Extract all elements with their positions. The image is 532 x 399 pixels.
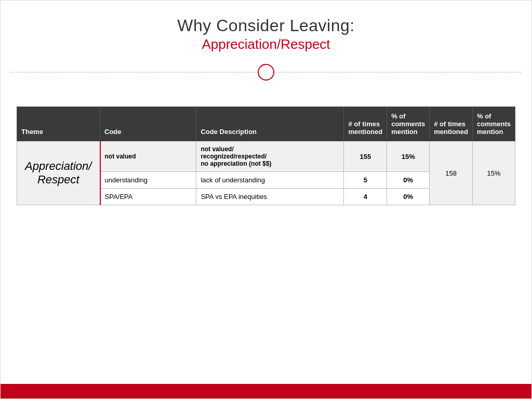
total-times-cell: 158 bbox=[430, 141, 473, 205]
code-desc-cell: lack of understanding bbox=[196, 172, 344, 189]
times-mentioned-cell: 155 bbox=[344, 141, 387, 172]
table-header-row: Theme Code Code Description # of timesme… bbox=[17, 107, 515, 141]
code-cell: SPA/EPA bbox=[100, 189, 196, 205]
main-title: Why Consider Leaving: bbox=[21, 16, 511, 35]
total-pct-cell: 15% bbox=[472, 141, 515, 205]
bottom-bar bbox=[1, 384, 531, 398]
pct-comments-cell: 0% bbox=[387, 172, 430, 189]
th-code: Code bbox=[100, 107, 196, 141]
pct-comments-cell: 0% bbox=[387, 189, 430, 205]
th-times-mentioned-1: # of timesmentioned bbox=[344, 107, 387, 141]
times-mentioned-cell: 4 bbox=[344, 189, 387, 205]
divider bbox=[11, 64, 521, 81]
theme-cell: Appreciation/ Respect bbox=[17, 141, 100, 205]
divider-circle bbox=[258, 64, 274, 81]
code-desc-cell: not valued/recognized/respected/no appre… bbox=[196, 141, 344, 172]
th-code-description: Code Description bbox=[196, 107, 344, 141]
pct-comments-cell: 15% bbox=[387, 141, 430, 172]
subtitle: Appreciation/Respect bbox=[21, 36, 511, 52]
th-times-mentioned-2: # of timesmentioned bbox=[430, 107, 473, 141]
data-table: Theme Code Code Description # of timesme… bbox=[17, 107, 515, 205]
content-area: Theme Code Code Description # of timesme… bbox=[1, 81, 531, 398]
slide: Why Consider Leaving: Appreciation/Respe… bbox=[0, 0, 532, 399]
th-theme: Theme bbox=[17, 107, 100, 141]
code-cell: not valued bbox=[100, 141, 196, 172]
table-row: Appreciation/ Respect not valued not val… bbox=[17, 141, 515, 172]
code-desc-cell: SPA vs EPA inequities bbox=[196, 189, 344, 205]
header: Why Consider Leaving: Appreciation/Respe… bbox=[1, 1, 531, 58]
th-pct-comments-2: % ofcommentsmention bbox=[472, 107, 515, 141]
code-cell: understanding bbox=[100, 172, 196, 189]
times-mentioned-cell: 5 bbox=[344, 172, 387, 189]
th-pct-comments-1: % ofcommentsmention bbox=[387, 107, 430, 141]
